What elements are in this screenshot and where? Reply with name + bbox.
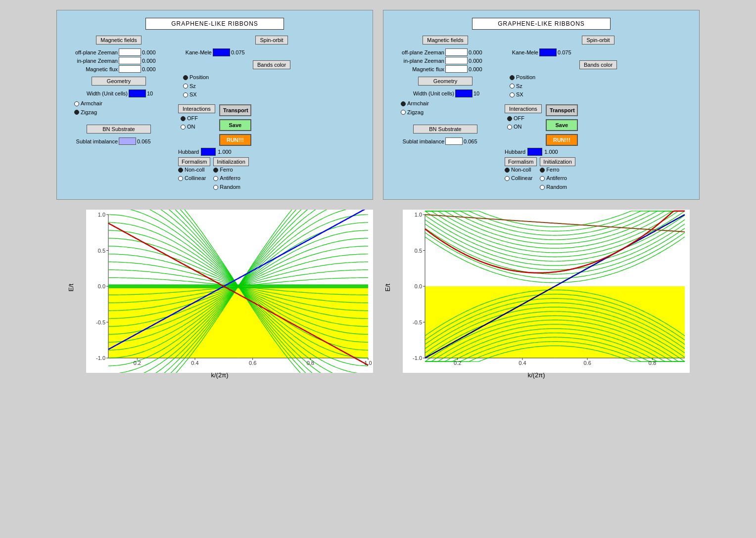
left-geometry-label: Geometry [92, 77, 146, 86]
left-transport-button[interactable]: Transport [219, 104, 251, 116]
left-antiferro-option[interactable]: Antiferro [213, 174, 248, 183]
right-save-button[interactable]: Save [546, 119, 578, 131]
right-sx-option[interactable]: SX [510, 90, 692, 99]
left-interactions-group: Interactions OFF ON [178, 104, 215, 132]
right-geometry-label: Geometry [418, 77, 472, 86]
left-mag-flux-label: Magnetic flux [64, 66, 119, 72]
left-init-label: Initialization [213, 157, 248, 166]
right-hubbard-input[interactable] [527, 148, 542, 156]
left-sz-label: Sz [189, 82, 196, 91]
left-hubbard-label: Hubbard [178, 149, 199, 155]
left-chart-ylabel: E/t [67, 283, 75, 291]
left-kane-mele-value: 0.075 [231, 49, 245, 55]
left-armchair-radio [74, 101, 79, 106]
right-transport-button[interactable]: Transport [546, 104, 578, 116]
right-position-option[interactable]: Position [510, 73, 692, 82]
right-position-label: Position [516, 73, 535, 82]
right-formalism-label: Formalism [505, 157, 537, 166]
left-off-plane-input[interactable] [119, 48, 141, 56]
left-kane-mele-label: Kane-Mele [178, 49, 213, 55]
left-save-button[interactable]: Save [219, 119, 251, 131]
right-width-input[interactable] [455, 90, 472, 97]
left-random-option[interactable]: Random [213, 183, 248, 192]
left-formalism-section: Formalism Non-coll Collinear [178, 159, 210, 192]
left-hubbard-row: Hubbard 1.000 [178, 148, 365, 156]
left-sublat-label: Sublat imbalance [64, 138, 119, 144]
left-width-input[interactable] [129, 90, 146, 97]
left-width-row: Width (Unit cells) 10 [64, 90, 173, 97]
left-zigzag-option[interactable]: Zigzag [74, 108, 173, 117]
right-mag-flux-label: Magnetic flux [391, 66, 445, 72]
right-sz-option[interactable]: Sz [510, 82, 692, 91]
right-on-label: ON [514, 123, 522, 132]
left-ferro-option[interactable]: Ferro [213, 166, 248, 175]
right-interactions-label: Interactions [505, 104, 542, 113]
right-off-plane-value: 0.000 [469, 49, 482, 55]
right-panel: GRAPHENE-LIKE RIBBONS Magnetic fields of… [383, 10, 700, 200]
right-off-plane-input[interactable] [445, 48, 468, 56]
right-init-section: Initialization Ferro Antiferro [540, 159, 575, 192]
left-panel-title: GRAPHENE-LIKE RIBBONS [145, 18, 284, 30]
right-interactions-group: Interactions OFF ON [505, 104, 542, 132]
right-mag-flux-input[interactable] [445, 65, 468, 73]
right-off-radio [507, 116, 512, 121]
right-sublat-value: 0.065 [464, 138, 477, 144]
right-armchair-radio [401, 101, 406, 106]
right-run-button[interactable]: RUN!!! [546, 134, 578, 146]
left-kane-mele-row: Kane-Mele 0.075 [178, 48, 365, 56]
left-interactions-area: Interactions OFF ON [178, 104, 365, 146]
right-random-option[interactable]: Random [540, 183, 575, 192]
left-position-option[interactable]: Position [183, 73, 365, 82]
right-ferro-label: Ferro [546, 166, 559, 175]
left-random-label: Random [220, 183, 240, 192]
left-kane-mele-input[interactable] [213, 48, 230, 56]
right-kane-mele-input[interactable] [539, 48, 557, 56]
left-chart-canvas [86, 210, 373, 373]
right-collinear-option[interactable]: Collinear [505, 174, 537, 183]
right-zigzag-option[interactable]: Zigzag [401, 108, 500, 117]
left-sz-option[interactable]: Sz [183, 82, 365, 91]
left-width-label: Width (Unit cells) [64, 90, 129, 96]
right-armchair-option[interactable]: Armchair [401, 99, 500, 108]
right-antiferro-option[interactable]: Antiferro [540, 174, 575, 183]
right-in-plane-row: in-plane Zeeman 0.000 [391, 57, 500, 64]
left-run-button[interactable]: RUN!!! [219, 134, 251, 146]
right-magnetic-fields-label: Magnetic fields [423, 36, 468, 45]
left-panel-content: Magnetic fields off-plane Zeeman 0.000 i… [64, 36, 365, 192]
left-mag-flux-input[interactable] [119, 65, 141, 73]
right-bands-color-section: Bands color Position Sz [505, 60, 692, 99]
right-chart-wrapper: E/t k/(2π) [383, 205, 690, 383]
right-mag-flux-row: Magnetic flux 0.000 [391, 65, 500, 73]
left-mag-flux-row: Magnetic flux 0.000 [64, 65, 173, 73]
right-kane-mele-value: 0.075 [558, 49, 571, 55]
right-width-value: 10 [473, 90, 479, 96]
left-in-plane-row: in-plane Zeeman 0.000 [64, 57, 173, 64]
left-armchair-option[interactable]: Armchair [74, 99, 173, 108]
left-in-plane-value: 0.000 [142, 58, 156, 64]
left-panel-left-col: Magnetic fields off-plane Zeeman 0.000 i… [64, 36, 173, 192]
right-ferro-option[interactable]: Ferro [540, 166, 575, 175]
left-sublat-row: Sublat imbalance 0.065 [64, 137, 173, 145]
right-on-option[interactable]: ON [507, 123, 542, 132]
left-in-plane-input[interactable] [119, 57, 141, 64]
right-random-label: Random [546, 183, 567, 192]
left-sx-option[interactable]: SX [183, 90, 365, 99]
left-hubbard-input[interactable] [201, 148, 216, 156]
right-in-plane-input[interactable] [445, 57, 468, 64]
left-noncoll-label: Non-coll [185, 166, 204, 175]
right-noncoll-option[interactable]: Non-coll [505, 166, 537, 175]
right-sublat-input[interactable] [445, 137, 463, 145]
right-sx-label: SX [516, 90, 523, 99]
right-formalism-section: Formalism Non-coll Collinear [505, 159, 537, 192]
left-off-option[interactable]: OFF [181, 114, 215, 123]
left-on-option[interactable]: ON [181, 123, 215, 132]
right-init-label: Initialization [540, 157, 575, 166]
right-off-plane-row: off-plane Zeeman 0.000 [391, 48, 500, 56]
right-off-option[interactable]: OFF [507, 114, 542, 123]
right-action-buttons: Transport Save RUN!!! [546, 104, 578, 146]
left-sublat-input[interactable] [119, 137, 136, 145]
left-collinear-option[interactable]: Collinear [178, 174, 210, 183]
right-sublat-row: Sublat imbalance 0.065 [391, 137, 500, 145]
left-off-radio [181, 116, 186, 121]
left-noncoll-option[interactable]: Non-coll [178, 166, 210, 175]
